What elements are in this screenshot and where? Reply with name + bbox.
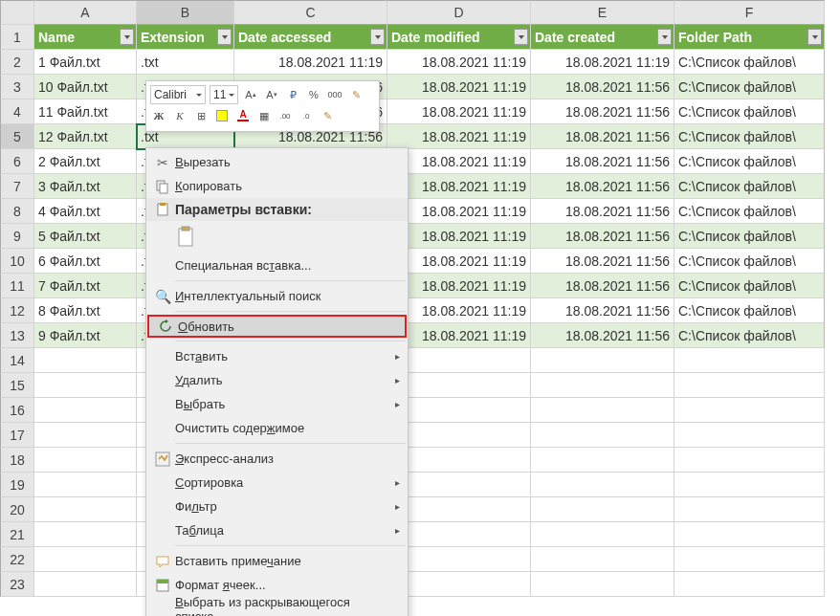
menu-quick-analysis[interactable]: Экспресс-анализ: [146, 447, 408, 471]
menu-insert-comment[interactable]: Вставить примечание: [146, 549, 408, 573]
data-cell-9-A[interactable]: 5 Файл.txt: [34, 224, 137, 249]
data-cell-7-E[interactable]: 18.08.2021 11:56: [531, 174, 674, 199]
data-cell-3-D[interactable]: 18.08.2021 11:19: [387, 75, 531, 99]
row-header-17[interactable]: 17: [0, 423, 34, 448]
row-header-20[interactable]: 20: [0, 497, 34, 522]
empty-cell-15-D[interactable]: [387, 373, 531, 398]
data-cell-4-E[interactable]: 18.08.2021 11:56: [531, 99, 674, 124]
menu-clear-contents[interactable]: Очистить содержимое: [146, 416, 408, 440]
column-header-B[interactable]: B: [137, 0, 234, 25]
data-cell-10-E[interactable]: 18.08.2021 11:56: [531, 249, 674, 274]
data-cell-8-A[interactable]: 4 Файл.txt: [34, 199, 137, 224]
empty-cell-18-A[interactable]: [34, 448, 137, 473]
empty-cell-16-E[interactable]: [531, 398, 674, 423]
row-header-3[interactable]: 3: [0, 75, 34, 99]
data-cell-7-D[interactable]: 18.08.2021 11:19: [387, 174, 531, 199]
decrease-font-icon[interactable]: A▾: [263, 86, 280, 103]
row-header-16[interactable]: 16: [0, 398, 34, 423]
data-cell-6-A[interactable]: 2 Файл.txt: [34, 149, 137, 174]
menu-insert[interactable]: Вставить: [146, 344, 408, 368]
empty-cell-22-D[interactable]: [387, 547, 531, 572]
paste-default-button[interactable]: [175, 224, 198, 251]
data-cell-13-A[interactable]: 9 Файл.txt: [34, 323, 137, 348]
empty-cell-14-A[interactable]: [34, 348, 137, 373]
data-cell-2-F[interactable]: C:\Список файлов\: [674, 50, 825, 75]
data-cell-2-B[interactable]: .txt: [137, 50, 234, 75]
column-header-C[interactable]: C: [234, 0, 387, 25]
column-header-F[interactable]: F: [674, 0, 825, 25]
menu-cut[interactable]: ✂ Вырезать: [146, 150, 408, 174]
filter-button-extension[interactable]: [217, 29, 232, 45]
empty-cell-17-D[interactable]: [387, 423, 531, 448]
menu-sort[interactable]: Сортировка: [146, 471, 408, 495]
data-cell-13-F[interactable]: C:\Список файлов\: [674, 323, 825, 348]
data-cell-7-F[interactable]: C:\Список файлов\: [674, 174, 825, 199]
data-cell-4-A[interactable]: 11 Файл.txt: [34, 99, 137, 124]
header-date_created[interactable]: Date created: [531, 25, 674, 50]
row-header-2[interactable]: 2: [0, 50, 34, 75]
data-cell-12-E[interactable]: 18.08.2021 11:56: [531, 298, 674, 323]
column-header-D[interactable]: D: [387, 0, 531, 25]
header-name[interactable]: Name: [34, 25, 137, 50]
row-header-9[interactable]: 9: [0, 224, 34, 249]
empty-cell-14-D[interactable]: [387, 348, 531, 373]
data-cell-6-F[interactable]: C:\Список файлов\: [674, 149, 825, 174]
data-cell-4-D[interactable]: 18.08.2021 11:19: [387, 99, 531, 124]
row-header-6[interactable]: 6: [0, 149, 34, 174]
data-cell-5-D[interactable]: 18.08.2021 11:19: [387, 124, 531, 149]
menu-pick-from-list[interactable]: Выбрать из раскрывающегося списка...: [146, 597, 408, 616]
empty-cell-23-D[interactable]: [387, 572, 531, 597]
data-cell-11-E[interactable]: 18.08.2021 11:56: [531, 274, 674, 298]
empty-cell-21-A[interactable]: [34, 522, 137, 547]
data-cell-2-E[interactable]: 18.08.2021 11:19: [531, 50, 674, 75]
borders-button[interactable]: ⊞: [192, 107, 210, 124]
empty-cell-19-A[interactable]: [34, 473, 137, 497]
menu-select[interactable]: Выбрать: [146, 392, 408, 416]
increase-font-icon[interactable]: A▴: [242, 86, 259, 103]
data-cell-13-D[interactable]: 18.08.2021 11:19: [387, 323, 531, 348]
percent-format-icon[interactable]: %: [305, 86, 322, 103]
border-style-button[interactable]: ▦: [255, 107, 273, 124]
row-header-13[interactable]: 13: [0, 323, 34, 348]
header-folder_path[interactable]: Folder Path: [674, 25, 825, 50]
data-cell-8-E[interactable]: 18.08.2021 11:56: [531, 199, 674, 224]
empty-cell-20-F[interactable]: [674, 497, 825, 522]
empty-cell-22-F[interactable]: [674, 547, 825, 572]
menu-table[interactable]: Таблица: [146, 518, 408, 542]
data-cell-12-F[interactable]: C:\Список файлов\: [674, 298, 825, 323]
empty-cell-17-F[interactable]: [674, 423, 825, 448]
data-cell-12-D[interactable]: 18.08.2021 11:19: [387, 298, 531, 323]
data-cell-2-A[interactable]: 1 Файл.txt: [34, 50, 137, 75]
increase-decimal-icon[interactable]: .00: [276, 107, 294, 124]
empty-cell-19-F[interactable]: [674, 473, 825, 497]
row-header-4[interactable]: 4: [0, 99, 34, 124]
data-cell-3-E[interactable]: 18.08.2021 11:56: [531, 75, 674, 99]
font-color-button[interactable]: A: [234, 107, 252, 124]
menu-smart-lookup[interactable]: 🔍 Интеллектуальный поиск: [146, 284, 408, 308]
data-cell-5-E[interactable]: 18.08.2021 11:56: [531, 124, 674, 149]
filter-button-date_accessed[interactable]: [370, 29, 385, 45]
font-size-combo[interactable]: 11: [210, 85, 238, 104]
row-header-15[interactable]: 15: [0, 373, 34, 398]
header-date_accessed[interactable]: Date accessed: [234, 25, 387, 50]
row-header-1[interactable]: 1: [0, 25, 34, 50]
data-cell-6-E[interactable]: 18.08.2021 11:56: [531, 149, 674, 174]
empty-cell-23-A[interactable]: [34, 572, 137, 597]
empty-cell-15-F[interactable]: [674, 373, 825, 398]
row-header-21[interactable]: 21: [0, 522, 34, 547]
filter-button-name[interactable]: [120, 29, 134, 45]
row-header-10[interactable]: 10: [0, 249, 34, 274]
row-header-18[interactable]: 18: [0, 448, 34, 473]
bold-button[interactable]: Ж: [150, 107, 167, 124]
empty-cell-22-E[interactable]: [531, 547, 674, 572]
data-cell-9-F[interactable]: C:\Список файлов\: [674, 224, 825, 249]
empty-cell-16-F[interactable]: [674, 398, 825, 423]
data-cell-6-D[interactable]: 18.08.2021 11:19: [387, 149, 531, 174]
empty-cell-15-A[interactable]: [34, 373, 137, 398]
menu-format-cells[interactable]: Формат ячеек...: [146, 573, 408, 597]
comma-format-icon[interactable]: 000: [326, 86, 343, 103]
data-cell-7-A[interactable]: 3 Файл.txt: [34, 174, 137, 199]
data-cell-10-D[interactable]: 18.08.2021 11:19: [387, 249, 531, 274]
menu-paste-special[interactable]: Специальная вставка...: [146, 253, 408, 277]
empty-cell-15-E[interactable]: [531, 373, 674, 398]
